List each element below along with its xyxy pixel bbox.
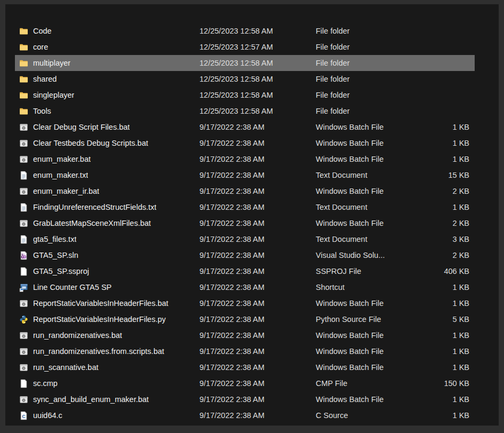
file-row[interactable]: enum_maker.bat 9/17/2022 2:38 AM Windows… [15,151,475,167]
file-row[interactable]: multiplayer 12/25/2023 12:58 AM File fol… [15,55,475,71]
file-type: Text Document [316,235,428,243]
file-name-cell: GTA5_SP.sln [19,251,199,260]
explorer-pane: Code 12/25/2023 12:58 AM File folder cor… [5,4,499,426]
folder-icon [19,27,28,36]
batch-file-icon [19,363,28,372]
file-name-cell: gta5_files.txt [19,235,199,244]
file-row[interactable]: Clear Debug Script Files.bat 9/17/2022 2… [15,119,475,135]
python-file-icon [19,315,28,324]
file-type: Text Document [316,171,428,179]
file-name: enum_maker.bat [33,155,91,163]
file-date-modified: 12/25/2023 12:58 AM [199,27,316,35]
file-row[interactable]: ReportStaticVariablesInHeaderFiles.py 9/… [15,311,475,327]
file-name-cell: GrabLatestMapSceneXmlFiles.bat [19,219,199,228]
folder-icon [19,107,28,116]
file-name-cell: multiplayer [19,59,199,68]
file-name-cell: FindingUnreferencedStructFields.txt [19,203,199,212]
shortcut-icon [19,283,28,292]
folder-icon [19,43,28,52]
file-row[interactable]: run_randomizenatives.bat 9/17/2022 2:38 … [15,327,475,343]
file-name: enum_maker.txt [33,171,88,179]
file-date-modified: 9/17/2022 2:38 AM [199,171,316,179]
file-date-modified: 9/17/2022 2:38 AM [199,267,316,275]
file-name-cell: Line Counter GTA5 SP [19,283,199,292]
file-name: GTA5_SP.ssproj [33,267,89,275]
c-source-icon: C [19,411,28,420]
file-type: Windows Batch File [316,155,428,163]
file-date-modified: 9/17/2022 2:38 AM [199,187,316,195]
batch-file-icon [19,299,28,308]
file-type: Windows Batch File [316,123,428,131]
batch-file-icon [19,347,28,356]
file-row[interactable]: GTA5_SP.sln 9/17/2022 2:38 AM Visual Stu… [15,247,475,263]
file-type: File folder [316,91,428,99]
file-name-cell: shared [19,75,199,84]
file-size: 1 KB [428,283,470,292]
file-name: GrabLatestMapSceneXmlFiles.bat [33,219,151,227]
file-row[interactable]: singleplayer 12/25/2023 12:58 AM File fo… [15,87,475,103]
file-type: Windows Batch File [316,219,428,227]
file-date-modified: 9/17/2022 2:38 AM [199,155,316,163]
file-row[interactable]: C uuid64.c 9/17/2022 2:38 AM C Source 1 … [15,407,475,423]
file-date-modified: 9/17/2022 2:38 AM [199,379,316,388]
file-type: File folder [316,59,428,67]
file-size: 1 KB [428,347,470,356]
file-name: core [33,43,48,51]
file-size: 1 KB [428,331,470,340]
file-row[interactable]: Tools 12/25/2023 12:58 AM File folder [15,103,475,119]
file-name: sc.cmp [33,379,58,388]
file-date-modified: 9/17/2022 2:38 AM [199,283,316,292]
batch-file-icon [19,219,28,228]
folder-icon [19,75,28,84]
file-name: Code [33,27,52,35]
file-name-cell: GTA5_SP.ssproj [19,267,199,276]
file-name-cell: run_randomizenatives.bat [19,331,199,340]
file-row[interactable]: sync_and_build_enum_maker.bat 9/17/2022 … [15,391,475,407]
file-row[interactable]: GTA5_SP.ssproj 9/17/2022 2:38 AM SSPROJ … [15,263,475,279]
file-row[interactable]: enum_maker.txt 9/17/2022 2:38 AM Text Do… [15,167,475,183]
file-size: 1 KB [428,123,470,131]
file-name: ReportStaticVariablesInHeaderFiles.py [33,315,166,324]
file-name-cell: sc.cmp [19,379,199,388]
file-row[interactable]: shared 12/25/2023 12:58 AM File folder [15,71,475,87]
file-name: uuid64.c [33,411,62,420]
file-name: gta5_files.txt [33,235,76,243]
file-name: run_randomizenatives.from.scripts.bat [33,347,164,356]
file-row[interactable]: sc.cmp 9/17/2022 2:38 AM CMP File 150 KB [15,375,475,391]
file-row[interactable]: Line Counter GTA5 SP 9/17/2022 2:38 AM S… [15,279,475,295]
file-size: 1 KB [428,155,470,163]
file-row[interactable]: gta5_files.txt 9/17/2022 2:38 AM Text Do… [15,231,475,247]
file-row[interactable]: enum_maker_ir.bat 9/17/2022 2:38 AM Wind… [15,183,475,199]
file-row[interactable]: run_randomizenatives.from.scripts.bat 9/… [15,343,475,359]
file-name-cell: enum_maker.txt [19,171,199,180]
file-type: Shortcut [316,283,428,292]
file-name: shared [33,75,57,83]
file-date-modified: 9/17/2022 2:38 AM [199,347,316,356]
batch-file-icon [19,395,28,404]
file-row[interactable]: ReportStaticVariablesInHeaderFiles.bat 9… [15,295,475,311]
file-row[interactable]: Clear Testbeds Debug Scripts.bat 9/17/20… [15,135,475,151]
file-type: Windows Batch File [316,395,428,404]
file-type: Visual Studio Solu... [316,251,428,259]
batch-file-icon [19,123,28,132]
file-date-modified: 9/17/2022 2:38 AM [199,251,316,259]
file-row[interactable]: core 12/25/2023 12:57 AM File folder [15,39,475,55]
file-type: File folder [316,75,428,83]
batch-file-icon [19,331,28,340]
file-size: 1 KB [428,363,470,372]
file-name: sync_and_build_enum_maker.bat [33,395,149,404]
folder-icon [19,59,28,68]
file-date-modified: 12/25/2023 12:58 AM [199,75,316,83]
file-name: FindingUnreferencedStructFields.txt [33,203,156,211]
file-size: 1 KB [428,411,470,420]
file-row[interactable]: run_scannative.bat 9/17/2022 2:38 AM Win… [15,359,475,375]
file-type: Windows Batch File [316,331,428,340]
file-row[interactable]: GrabLatestMapSceneXmlFiles.bat 9/17/2022… [15,215,475,231]
file-name-cell: sync_and_build_enum_maker.bat [19,395,199,404]
file-row[interactable]: Code 12/25/2023 12:58 AM File folder [15,23,475,39]
file-name-cell: ReportStaticVariablesInHeaderFiles.bat [19,299,199,308]
file-size: 3 KB [428,235,470,243]
file-row[interactable]: FindingUnreferencedStructFields.txt 9/17… [15,199,475,215]
file-name: Clear Testbeds Debug Scripts.bat [33,139,148,147]
file-name-cell: ReportStaticVariablesInHeaderFiles.py [19,315,199,324]
